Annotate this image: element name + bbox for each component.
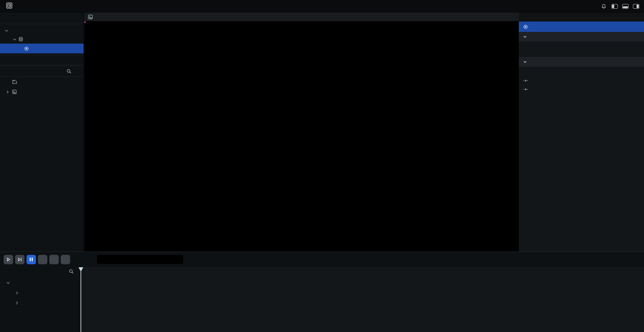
search-icon[interactable] <box>68 268 75 275</box>
chevron-down-icon[interactable] <box>6 281 10 285</box>
chevron-right-icon[interactable] <box>6 90 9 94</box>
recording-icon <box>523 24 528 29</box>
component-row-indicator[interactable] <box>519 76 644 85</box>
event-density-waveform <box>81 267 644 332</box>
tree-item-boxes-view[interactable] <box>0 87 84 97</box>
tree-item-boxes2d-app[interactable] <box>0 35 84 44</box>
loop-button[interactable] <box>61 255 70 264</box>
playhead-line[interactable] <box>81 271 81 332</box>
view-2d-icon <box>12 90 17 94</box>
step-back-button[interactable] <box>38 255 47 264</box>
current-time-input[interactable] <box>97 255 183 264</box>
stream-item-root[interactable] <box>0 278 77 288</box>
streams-panel <box>0 267 77 332</box>
step-forward-button[interactable] <box>49 255 59 264</box>
recordings-header <box>0 12 84 24</box>
selected-recording-row[interactable] <box>519 21 644 32</box>
stream-item-boxes[interactable] <box>0 288 77 298</box>
tree-item-recording-selected[interactable] <box>0 44 84 53</box>
playback-controls <box>0 252 644 267</box>
data-section-header[interactable] <box>519 32 644 42</box>
panel-torn-edge <box>75 267 81 332</box>
tree-item-viewport[interactable] <box>0 77 84 87</box>
component-icon <box>523 78 528 83</box>
top-bar <box>0 0 644 12</box>
rerun-menu-button[interactable] <box>6 2 14 10</box>
close-recording-button[interactable] <box>74 45 81 52</box>
view-canvas-boxes[interactable] <box>84 21 519 252</box>
chevron-down-icon <box>523 35 527 39</box>
properties-section-header[interactable] <box>519 57 644 67</box>
tabs-container-icon <box>12 79 17 85</box>
toggle-right-panel-icon[interactable] <box>633 4 639 9</box>
component-row-timestamp[interactable] <box>519 85 644 94</box>
left-sidebar <box>0 12 84 252</box>
follow-latest-button[interactable] <box>15 255 24 264</box>
viewport-tab-bar <box>84 12 519 21</box>
selection-panel <box>519 12 644 252</box>
play-button[interactable] <box>4 255 13 264</box>
component-icon <box>523 87 528 92</box>
chevron-right-icon[interactable] <box>15 291 19 295</box>
timeline-ruler[interactable] <box>81 267 644 332</box>
toggle-left-panel-icon[interactable] <box>611 4 618 9</box>
bounding-box[interactable] <box>84 21 86 23</box>
time-panel <box>0 252 644 332</box>
stream-item-properties[interactable] <box>0 298 77 308</box>
chevron-down-icon[interactable] <box>13 38 16 41</box>
chevron-down-icon[interactable] <box>5 29 8 33</box>
properties-group-label <box>519 68 644 76</box>
tree-item-local[interactable] <box>0 26 84 35</box>
view-2d-icon <box>88 14 93 19</box>
add-recording-button[interactable] <box>72 15 79 21</box>
more-options-icon[interactable] <box>72 68 79 75</box>
notifications-bell-icon[interactable] <box>600 3 607 10</box>
database-icon <box>18 37 23 42</box>
active-recording-note <box>519 46 644 54</box>
streams-header <box>0 267 77 276</box>
rerun-viewer-window <box>0 0 644 332</box>
rerun-examples-section[interactable] <box>0 55 84 65</box>
chevron-right-icon[interactable] <box>15 301 19 305</box>
recording-icon <box>24 46 29 51</box>
rerun-logo-icon <box>6 2 12 10</box>
pause-button[interactable] <box>27 255 36 264</box>
playhead-handle[interactable] <box>79 267 83 272</box>
chevron-down-icon <box>523 60 527 64</box>
toggle-bottom-panel-icon[interactable] <box>622 4 629 9</box>
search-icon[interactable] <box>65 68 72 75</box>
selection-header <box>519 12 644 21</box>
blueprint-header <box>0 66 84 77</box>
